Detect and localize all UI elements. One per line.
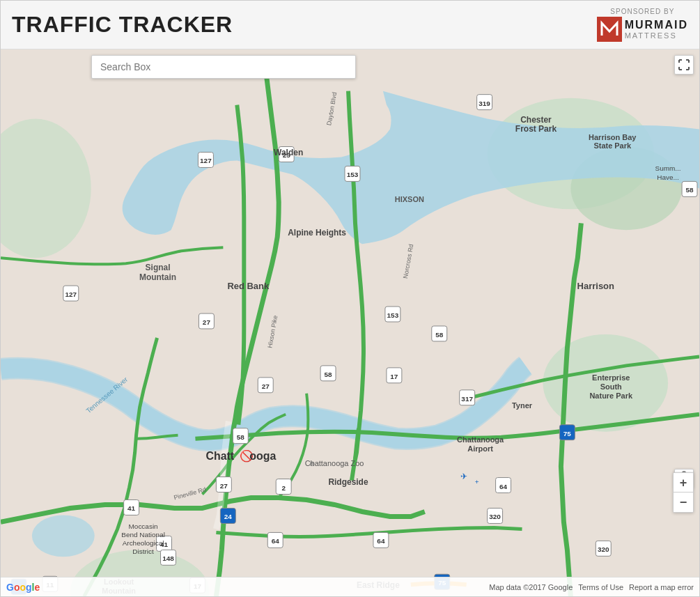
svg-text:27: 27 <box>203 318 211 326</box>
svg-text:Airport: Airport <box>467 444 493 453</box>
svg-text:Summ...: Summ... <box>655 164 681 172</box>
svg-text:Have...: Have... <box>657 173 679 181</box>
svg-text:+: + <box>475 478 479 486</box>
svg-text:58: 58 <box>435 331 444 339</box>
svg-text:27: 27 <box>262 382 270 390</box>
map-background: 319 153 153 58 58 58 75 75 27 <box>1 49 699 596</box>
svg-text:Archeological: Archeological <box>123 539 164 547</box>
svg-text:127: 127 <box>65 290 77 298</box>
svg-text:Red Bank: Red Bank <box>227 281 270 291</box>
map-data-label: Map data ©2017 Google <box>489 583 573 591</box>
svg-text:Tyner: Tyner <box>512 401 533 410</box>
svg-text:Moccasin: Moccasin <box>129 522 158 530</box>
fullscreen-icon <box>678 59 690 70</box>
svg-text:HIXSON: HIXSON <box>395 195 424 203</box>
svg-text:✈: ✈ <box>460 472 467 481</box>
svg-text:58: 58 <box>685 186 694 194</box>
svg-text:127: 127 <box>200 157 212 164</box>
svg-text:153: 153 <box>387 311 399 319</box>
fullscreen-button[interactable] <box>674 55 694 75</box>
zoom-in-button[interactable]: + <box>674 473 693 493</box>
svg-text:Chattanooga Zoo: Chattanooga Zoo <box>305 459 364 467</box>
svg-text:75: 75 <box>563 430 572 437</box>
svg-text:319: 319 <box>479 100 490 107</box>
svg-text:Walden: Walden <box>274 148 303 157</box>
sponsor-tagline: MATTRESS <box>625 31 688 40</box>
svg-text:64: 64 <box>272 537 280 545</box>
svg-text:District: District <box>132 548 154 555</box>
sponsor-logo: MURMAID MATTRESS <box>597 17 688 42</box>
svg-text:148: 148 <box>162 555 174 562</box>
svg-text:Chatt: Chatt <box>205 450 234 462</box>
svg-text:317: 317 <box>461 395 473 403</box>
sponsor-name: MURMAID <box>625 19 688 31</box>
svg-text:2: 2 <box>281 484 286 492</box>
svg-text:Alpine Heights: Alpine Heights <box>288 228 346 238</box>
sponsor-logo-text: MURMAID MATTRESS <box>625 19 688 40</box>
svg-text:17: 17 <box>390 373 398 380</box>
search-box-container <box>91 55 356 79</box>
svg-text:Chattanooga: Chattanooga <box>457 435 504 444</box>
svg-text:27: 27 <box>220 482 228 490</box>
map-footer: Google Map data ©2017 Google Terms of Us… <box>1 577 699 596</box>
svg-text:153: 153 <box>347 171 359 178</box>
svg-text:320: 320 <box>489 513 501 520</box>
svg-text:Nature Park: Nature Park <box>589 391 632 400</box>
header: TRAFFIC TRACKER SPONSORED BY MURMAID MAT… <box>1 1 699 49</box>
map-attribution: Map data ©2017 Google Terms of Use Repor… <box>489 583 694 591</box>
app-container: TRAFFIC TRACKER SPONSORED BY MURMAID MAT… <box>0 0 700 597</box>
zoom-controls: + − <box>673 472 694 513</box>
terms-link[interactable]: Terms of Use <box>578 583 623 591</box>
svg-text:64: 64 <box>377 537 385 545</box>
svg-text:Chester: Chester <box>520 115 552 125</box>
svg-text:58: 58 <box>237 433 245 441</box>
map-container[interactable]: 319 153 153 58 58 58 75 75 27 <box>1 49 699 596</box>
svg-text:58: 58 <box>325 371 333 378</box>
svg-text:24: 24 <box>224 513 233 520</box>
svg-text:320: 320 <box>598 545 609 553</box>
svg-text:Ridgeside: Ridgeside <box>328 477 368 487</box>
svg-text:Enterprise: Enterprise <box>592 373 630 382</box>
svg-text:ooga: ooga <box>249 450 276 462</box>
svg-text:41: 41 <box>127 504 136 512</box>
sponsor-area: SPONSORED BY MURMAID MATTRESS <box>597 8 688 42</box>
report-link[interactable]: Report a map error <box>629 583 694 591</box>
app-title: TRAFFIC TRACKER <box>12 12 233 38</box>
svg-text:South: South <box>600 382 622 391</box>
svg-text:Bend National: Bend National <box>121 531 165 538</box>
svg-text:64: 64 <box>499 483 508 490</box>
svg-text:Signal: Signal <box>146 263 171 272</box>
google-logo: Google <box>6 582 40 593</box>
sponsor-logo-icon <box>597 17 622 42</box>
svg-text:Frost Park: Frost Park <box>515 124 557 134</box>
svg-text:Harrison Bay: Harrison Bay <box>589 133 637 141</box>
svg-text:State Park: State Park <box>593 141 632 150</box>
sponsored-by-label: SPONSORED BY <box>610 8 674 15</box>
svg-text:Mountain: Mountain <box>139 272 176 282</box>
zoom-out-button[interactable]: − <box>674 493 693 512</box>
search-input[interactable] <box>91 55 356 79</box>
svg-point-7 <box>32 515 95 557</box>
svg-text:Harrison: Harrison <box>577 281 614 291</box>
